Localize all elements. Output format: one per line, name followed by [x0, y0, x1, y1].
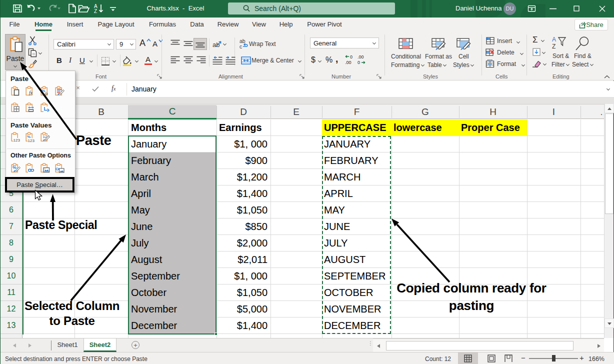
svg-text:ab: ab	[212, 41, 220, 48]
svg-text:123: 123	[14, 138, 20, 142]
svg-text:%: %	[12, 165, 16, 170]
svg-text:fx: fx	[45, 91, 48, 96]
svg-text:Z: Z	[94, 8, 97, 14]
svg-text:123: 123	[28, 138, 35, 142]
svg-text:Z: Z	[552, 43, 556, 50]
svg-text:.00: .00	[345, 60, 352, 64]
svg-text:c: c	[240, 44, 242, 50]
svg-text:.00: .00	[358, 54, 364, 60]
svg-text:0: 0	[358, 60, 360, 64]
svg-text:fx: fx	[29, 90, 33, 96]
svg-text:A: A	[552, 36, 556, 43]
svg-text:0: 0	[350, 54, 352, 60]
svg-text:A: A	[94, 4, 98, 9]
